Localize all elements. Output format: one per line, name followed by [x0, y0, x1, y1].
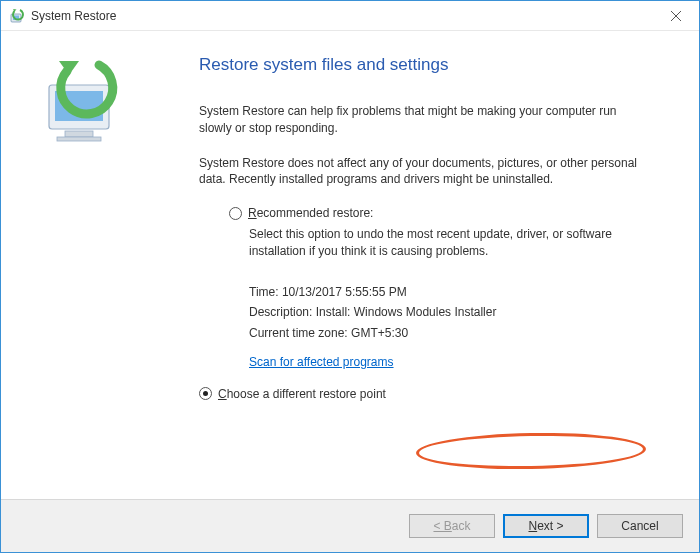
sidebar	[1, 31, 171, 499]
svg-rect-6	[65, 131, 93, 137]
system-restore-icon	[9, 8, 25, 24]
choose-different-restore-option[interactable]: Choose a different restore point	[199, 387, 659, 401]
titlebar: System Restore	[1, 1, 699, 31]
main-content: Restore system files and settings System…	[171, 31, 699, 499]
window-title: System Restore	[31, 9, 116, 23]
restore-description: Description: Install: Windows Modules In…	[249, 302, 659, 322]
restore-options: Recommended restore: Select this option …	[229, 206, 659, 401]
radio-icon	[229, 207, 242, 220]
cancel-button[interactable]: Cancel	[597, 514, 683, 538]
restore-timezone: Current time zone: GMT+5:30	[249, 323, 659, 343]
radio-icon	[199, 387, 212, 400]
recommended-restore-desc: Select this option to undo the most rece…	[249, 226, 629, 260]
page-heading: Restore system files and settings	[199, 55, 659, 75]
back-button: < Back	[409, 514, 495, 538]
close-button[interactable]	[653, 1, 699, 31]
intro-paragraph-1: System Restore can help fix problems tha…	[199, 103, 639, 137]
footer-buttons: < Back Next > Cancel	[1, 499, 699, 552]
recommended-restore-label: Recommended restore:	[248, 206, 373, 220]
scan-affected-programs-link[interactable]: Scan for affected programs	[249, 355, 394, 369]
next-button[interactable]: Next >	[503, 514, 589, 538]
system-restore-graphic-icon	[31, 53, 131, 133]
restore-details: Time: 10/13/2017 5:55:55 PM Description:…	[249, 282, 659, 343]
intro-paragraph-2: System Restore does not affect any of yo…	[199, 155, 639, 189]
svg-rect-7	[57, 137, 101, 141]
choose-different-label: Choose a different restore point	[218, 387, 386, 401]
restore-time: Time: 10/13/2017 5:55:55 PM	[249, 282, 659, 302]
recommended-restore-option[interactable]: Recommended restore:	[229, 206, 659, 220]
